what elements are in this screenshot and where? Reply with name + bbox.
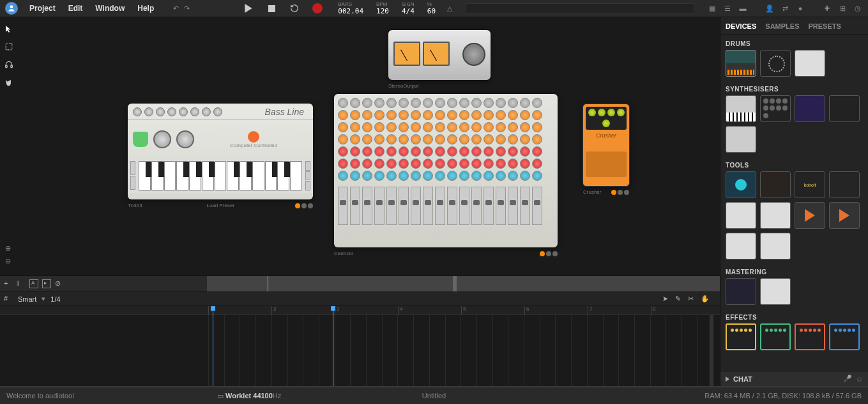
mixer-knob[interactable] bbox=[411, 159, 421, 169]
mixer-knob[interactable] bbox=[496, 134, 506, 144]
mixer-knob[interactable] bbox=[508, 146, 518, 157]
preset-label[interactable]: Load Preset bbox=[206, 203, 234, 208]
device-thumb-tool[interactable] bbox=[760, 233, 791, 260]
mixer-fader[interactable] bbox=[423, 187, 433, 225]
device-thumb-kobolt[interactable]: kobolt bbox=[795, 171, 825, 198]
mixer-knob[interactable] bbox=[362, 134, 372, 144]
user-avatar[interactable] bbox=[5, 2, 18, 15]
mixer-knob[interactable] bbox=[532, 122, 542, 132]
mixer-knob[interactable] bbox=[386, 110, 397, 120]
mixer-fader[interactable] bbox=[386, 187, 397, 225]
device-stereo-output[interactable]: StereoOutput bbox=[388, 30, 491, 80]
mixer-knob[interactable] bbox=[435, 98, 445, 108]
device-thumb-heisenberg[interactable] bbox=[760, 95, 791, 122]
mixer-fader[interactable] bbox=[411, 187, 421, 225]
link-icon[interactable]: ⊘ bbox=[55, 279, 64, 288]
keyboard[interactable] bbox=[128, 159, 313, 193]
mixer-knob[interactable] bbox=[447, 134, 457, 144]
sign-display[interactable]: SIGN 4/4 bbox=[402, 1, 415, 15]
record-button[interactable] bbox=[310, 1, 325, 16]
mixer-knob[interactable] bbox=[496, 171, 506, 181]
mixer-knob[interactable] bbox=[483, 98, 494, 108]
mixer-fader[interactable] bbox=[362, 187, 372, 225]
device-canvas[interactable]: StereoOutput Bass Line Computer Controll… bbox=[18, 17, 720, 276]
mixer-knob[interactable] bbox=[338, 159, 348, 169]
mixer-knob[interactable] bbox=[423, 98, 433, 108]
timeline[interactable]: 12345678 bbox=[0, 306, 720, 386]
mixer-fader[interactable] bbox=[496, 187, 506, 225]
mixer-knob[interactable] bbox=[374, 159, 385, 169]
mixer-knob[interactable] bbox=[435, 122, 445, 132]
headphones-tool[interactable] bbox=[4, 59, 14, 70]
device-thumb-mastering[interactable] bbox=[726, 278, 756, 305]
mixer-knob[interactable] bbox=[374, 110, 385, 120]
tab-presets[interactable]: PRESETS bbox=[808, 22, 841, 30]
mixer-knob[interactable] bbox=[447, 122, 457, 132]
mixer-knob[interactable] bbox=[350, 171, 360, 181]
snap-mode[interactable]: Smart bbox=[18, 295, 36, 303]
device-thumb-tool[interactable] bbox=[795, 202, 825, 229]
mixer-knob[interactable] bbox=[471, 122, 482, 132]
mixer-knob[interactable] bbox=[338, 146, 348, 157]
device-thumb-machiniste[interactable] bbox=[760, 50, 791, 77]
mixer-knob[interactable] bbox=[447, 171, 457, 181]
mixer-knob[interactable] bbox=[386, 98, 397, 108]
mixer-knob[interactable] bbox=[399, 146, 409, 157]
mixer-knob[interactable] bbox=[508, 122, 518, 132]
mixer-knob[interactable] bbox=[532, 159, 542, 169]
mixer-knob[interactable] bbox=[411, 171, 421, 181]
bars-display[interactable]: BARS 002.04 bbox=[338, 1, 363, 15]
mixer-knob[interactable] bbox=[483, 146, 494, 157]
mixer-knob[interactable] bbox=[520, 159, 530, 169]
mixer-knob[interactable] bbox=[471, 98, 482, 108]
device-thumb-mastering[interactable] bbox=[760, 278, 791, 305]
menu-window[interactable]: Window bbox=[89, 4, 131, 13]
mixer-knob[interactable] bbox=[338, 110, 348, 120]
cut-icon[interactable]: ✂ bbox=[688, 295, 697, 304]
mixer-knob[interactable] bbox=[508, 134, 518, 144]
mixer-knob[interactable] bbox=[423, 146, 433, 157]
view-grid-icon[interactable]: ▦ bbox=[707, 3, 717, 13]
tab-devices[interactable]: DEVICES bbox=[726, 22, 756, 30]
device-thumb-tool[interactable] bbox=[760, 202, 791, 229]
mixer-knob[interactable] bbox=[399, 134, 409, 144]
snap-division[interactable]: 1/4 bbox=[50, 295, 60, 303]
knob[interactable] bbox=[179, 107, 188, 116]
mixer-knob[interactable] bbox=[508, 159, 518, 169]
redo-button[interactable]: ↷ bbox=[184, 4, 190, 13]
mixer-knob[interactable] bbox=[374, 171, 385, 181]
device-thumb-tool[interactable] bbox=[829, 202, 860, 229]
device-thumb-tool[interactable] bbox=[829, 171, 860, 198]
knob[interactable] bbox=[617, 109, 625, 116]
mixer-knob[interactable] bbox=[532, 171, 542, 181]
loop-end-handle[interactable] bbox=[453, 276, 457, 291]
mixer-knob[interactable] bbox=[459, 134, 469, 144]
mixer-knob[interactable] bbox=[435, 171, 445, 181]
mixer-knob[interactable] bbox=[350, 110, 360, 120]
mixer-knob[interactable] bbox=[338, 98, 348, 108]
mixer-knob[interactable] bbox=[362, 159, 372, 169]
bank-knob[interactable] bbox=[176, 130, 194, 148]
cursor[interactable] bbox=[333, 306, 333, 386]
mixer-knob[interactable] bbox=[483, 110, 494, 120]
close-dot[interactable] bbox=[552, 251, 558, 256]
mixer-knob[interactable] bbox=[496, 159, 506, 169]
device-thumb-tool[interactable] bbox=[726, 202, 756, 229]
device-bassline[interactable]: Bass Line Computer Controlled Tb303 bbox=[128, 104, 313, 199]
marquee-tool[interactable] bbox=[4, 42, 14, 52]
mixer-knob[interactable] bbox=[386, 134, 397, 144]
mixer-knob[interactable] bbox=[338, 134, 348, 144]
mixer-knob[interactable] bbox=[350, 122, 360, 132]
device-thumb-pulv[interactable] bbox=[795, 95, 825, 122]
loop-button[interactable] bbox=[287, 1, 302, 16]
mixer-knob[interactable] bbox=[362, 110, 372, 120]
mixer-knob[interactable] bbox=[362, 122, 372, 132]
mixer-knob[interactable] bbox=[435, 110, 445, 120]
mixer-knob[interactable] bbox=[459, 122, 469, 132]
knob[interactable] bbox=[133, 107, 142, 116]
metronome-icon[interactable]: △ bbox=[447, 4, 452, 13]
mixer-knob[interactable] bbox=[399, 110, 409, 120]
device-thumb-tool[interactable] bbox=[760, 171, 791, 198]
add-track-icon[interactable]: + bbox=[4, 279, 13, 288]
users-icon[interactable]: 👤 bbox=[765, 3, 775, 13]
